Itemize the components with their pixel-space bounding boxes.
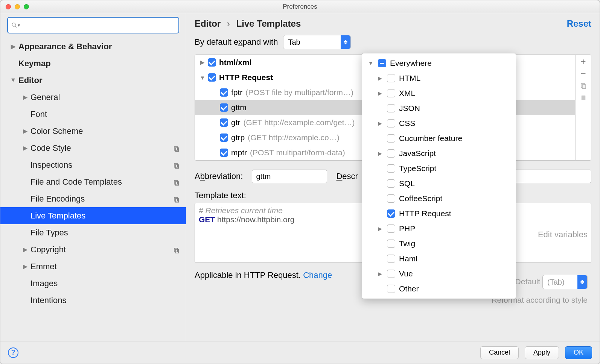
scheme-switcher-icon[interactable] (173, 162, 180, 168)
context-item-sql[interactable]: SQL (362, 176, 516, 191)
context-checkbox[interactable] (387, 134, 395, 143)
template-checkbox[interactable] (220, 118, 228, 127)
template-checkbox[interactable] (220, 103, 228, 112)
sidebar-item-live-templates[interactable]: Live Templates (0, 207, 186, 224)
context-item-html[interactable]: ▶HTML (362, 71, 516, 86)
disclosure-triangle-icon[interactable]: ▶ (21, 94, 29, 101)
duplicate-template-button[interactable] (579, 81, 588, 90)
search-field[interactable]: ▾ (7, 17, 179, 33)
context-item-xml[interactable]: ▶XML (362, 86, 516, 101)
sidebar-item-appearance-behavior[interactable]: ▶Appearance & Behavior (0, 38, 186, 55)
sidebar-item-copyright[interactable]: ▶Copyright (0, 241, 186, 258)
context-item-http-request[interactable]: HTTP Request (362, 206, 516, 221)
scheme-switcher-icon[interactable] (173, 145, 180, 152)
disclosure-triangle-icon[interactable]: ▼ (367, 60, 374, 66)
disclosure-triangle-icon[interactable]: ▶ (21, 127, 29, 135)
context-item-cucumber-feature[interactable]: Cucumber feature (362, 131, 516, 146)
context-checkbox[interactable] (387, 194, 395, 203)
context-checkbox[interactable] (387, 164, 395, 173)
abbreviation-input[interactable] (252, 170, 327, 183)
context-item-json[interactable]: JSON (362, 101, 516, 116)
svg-rect-9 (175, 199, 178, 202)
context-checkbox[interactable] (387, 149, 395, 158)
disclosure-triangle-icon[interactable]: ▶ (376, 120, 383, 126)
disclosure-triangle-icon[interactable]: ▶ (199, 59, 206, 66)
edit-variables-button[interactable]: Edit variables (538, 230, 588, 240)
context-item-javascript[interactable]: ▶JavaScript (362, 146, 516, 161)
sidebar-item-code-style[interactable]: ▶Code Style (0, 140, 186, 156)
scheme-switcher-icon[interactable] (173, 179, 180, 185)
disclosure-triangle-icon[interactable]: ▶ (376, 150, 383, 156)
scheme-switcher-icon[interactable] (173, 246, 180, 253)
context-checkbox[interactable] (378, 59, 386, 67)
context-types-popup[interactable]: ▼Everywhere▶HTML▶XMLJSON▶CSSCucumber fea… (362, 53, 516, 299)
expand-with-label: By default expand with (195, 37, 278, 47)
disclosure-triangle-icon[interactable]: ▶ (376, 75, 383, 81)
disclosure-triangle-icon[interactable]: ▼ (199, 74, 206, 81)
disclosure-triangle-icon[interactable]: ▼ (9, 77, 17, 83)
sidebar-item-intentions[interactable]: Intentions (0, 292, 186, 309)
disclosure-triangle-icon[interactable]: ▶ (21, 144, 29, 152)
context-item-other[interactable]: Other (362, 281, 516, 296)
context-item-coffeescript[interactable]: CoffeeScript (362, 191, 516, 206)
context-checkbox[interactable] (387, 89, 395, 97)
context-item-php[interactable]: ▶PHP (362, 221, 516, 236)
disclosure-triangle-icon[interactable]: ▶ (21, 263, 29, 270)
template-checkbox[interactable] (220, 133, 228, 142)
search-history-caret-icon[interactable]: ▾ (18, 23, 20, 28)
disclosure-triangle-icon[interactable]: ▶ (21, 246, 29, 253)
applicable-text: Applicable in HTTP Request. (195, 270, 303, 280)
context-checkbox[interactable] (387, 240, 395, 248)
disclosure-triangle-icon[interactable]: ▶ (376, 90, 383, 96)
context-checkbox[interactable] (387, 104, 395, 112)
apply-button[interactable]: Apply (525, 346, 559, 359)
help-button[interactable]: ? (8, 347, 18, 358)
context-checkbox[interactable] (387, 179, 395, 188)
context-checkbox[interactable] (387, 285, 395, 293)
paste-template-button[interactable] (579, 93, 588, 102)
context-item-typescript[interactable]: TypeScript (362, 161, 516, 176)
settings-tree[interactable]: ▶Appearance & BehaviorKeymap▼Editor▶Gene… (0, 38, 186, 341)
context-checkbox[interactable] (387, 270, 395, 278)
sidebar-item-font[interactable]: Font (0, 106, 186, 123)
ok-button[interactable]: OK (565, 346, 592, 359)
group-checkbox[interactable] (208, 73, 216, 82)
context-checkbox[interactable] (387, 224, 395, 233)
expand-with-select[interactable]: Tab (283, 35, 351, 49)
template-checkbox[interactable] (220, 149, 228, 157)
context-checkbox[interactable] (387, 209, 395, 218)
sidebar-item-label: General (30, 93, 60, 102)
sidebar-item-file-and-code-templates[interactable]: File and Code Templates (0, 173, 186, 190)
expand-with-default-select[interactable]: (Tab) (542, 275, 588, 289)
sidebar-item-general[interactable]: ▶General (0, 89, 186, 106)
disclosure-triangle-icon[interactable]: ▶ (376, 271, 383, 277)
remove-template-button[interactable]: − (579, 69, 588, 78)
context-item-haml[interactable]: Haml (362, 251, 516, 266)
context-item-everywhere[interactable]: ▼Everywhere (362, 56, 516, 71)
change-contexts-link[interactable]: Change (303, 270, 332, 280)
search-input[interactable] (21, 21, 175, 30)
sidebar-item-keymap[interactable]: Keymap (0, 55, 186, 72)
disclosure-triangle-icon[interactable]: ▶ (9, 43, 17, 50)
context-item-twig[interactable]: Twig (362, 236, 516, 251)
sidebar-item-images[interactable]: Images (0, 275, 186, 292)
context-item-css[interactable]: ▶CSS (362, 116, 516, 131)
context-checkbox[interactable] (387, 119, 395, 127)
add-template-button[interactable]: + (579, 57, 588, 66)
expand-with-row: By default expand with Tab (195, 35, 591, 49)
disclosure-triangle-icon[interactable]: ▶ (376, 226, 383, 232)
context-checkbox[interactable] (387, 74, 395, 82)
context-checkbox[interactable] (387, 255, 395, 263)
scheme-switcher-icon[interactable] (173, 196, 180, 202)
sidebar-item-editor[interactable]: ▼Editor (0, 72, 186, 89)
sidebar-item-inspections[interactable]: Inspections (0, 156, 186, 173)
template-checkbox[interactable] (220, 88, 228, 97)
cancel-button[interactable]: Cancel (480, 346, 519, 359)
sidebar-item-emmet[interactable]: ▶Emmet (0, 258, 186, 275)
sidebar-item-file-types[interactable]: File Types (0, 224, 186, 241)
sidebar-item-color-scheme[interactable]: ▶Color Scheme (0, 123, 186, 140)
reset-link[interactable]: Reset (567, 18, 591, 29)
group-checkbox[interactable] (208, 58, 216, 67)
sidebar-item-file-encodings[interactable]: File Encodings (0, 190, 186, 207)
context-item-vue[interactable]: ▶Vue (362, 266, 516, 281)
